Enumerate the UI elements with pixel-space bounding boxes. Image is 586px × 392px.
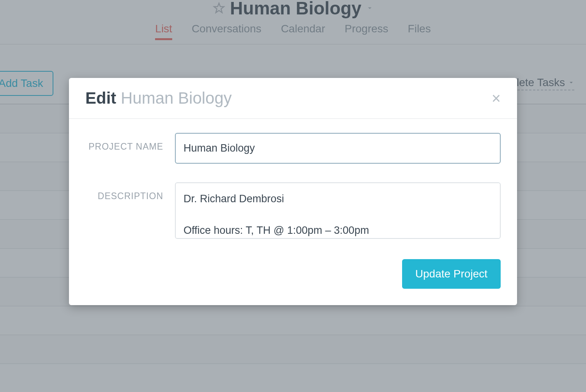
modal-overlay[interactable]: Edit Human Biology × PROJECT NAME DESCRI… [0,0,586,392]
edit-project-modal: Edit Human Biology × PROJECT NAME DESCRI… [69,78,517,305]
modal-title-edit: Edit [85,89,116,107]
modal-title: Edit Human Biology [85,89,232,108]
modal-title-sub: Human Biology [121,89,232,107]
update-project-button[interactable]: Update Project [402,259,501,289]
modal-body: PROJECT NAME DESCRIPTION Update Project [69,119,517,305]
modal-actions: Update Project [85,259,501,289]
form-row-project-name: PROJECT NAME [85,133,501,164]
form-row-description: DESCRIPTION [85,182,501,240]
close-button[interactable]: × [492,90,501,106]
label-description: DESCRIPTION [85,182,175,201]
label-project-name: PROJECT NAME [85,133,175,152]
modal-header: Edit Human Biology × [69,78,517,119]
project-name-input[interactable] [175,133,501,164]
description-textarea[interactable] [175,182,501,239]
